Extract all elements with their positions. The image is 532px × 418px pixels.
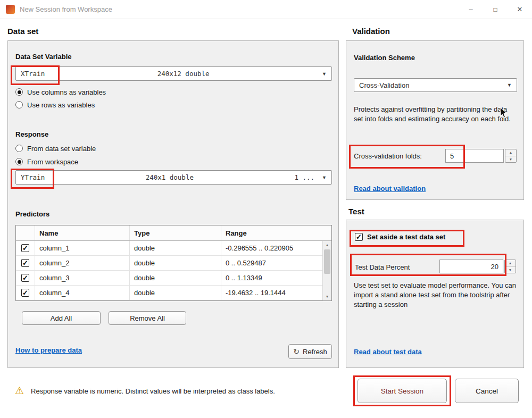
response-variable-preview: 1 ... <box>294 173 314 181</box>
table-row[interactable]: ✓ column_2 double 0 .. 0.529487 <box>16 256 331 271</box>
header-range: Range <box>221 225 323 240</box>
test-data-percent-input[interactable]: 20 <box>439 260 503 273</box>
scroll-down-icon[interactable]: ▼ <box>323 292 331 300</box>
cell-type: double <box>130 286 221 300</box>
stepper-down-icon[interactable]: ▼ <box>505 156 516 163</box>
response-variable-dropdown[interactable]: YTrain 240x1 double 1 ... ▼ <box>15 170 332 185</box>
data-set-variable-dropdown[interactable]: XTrain 240x12 double ▼ <box>15 66 332 81</box>
predictors-label: Predictors <box>15 210 49 218</box>
chevron-down-icon[interactable]: ▼ <box>322 71 327 77</box>
cv-folds-input[interactable]: 5 <box>445 149 504 163</box>
test-percent-stepper[interactable]: ▲ ▼ <box>504 260 516 273</box>
cell-name: column_1 <box>35 241 130 255</box>
chevron-down-icon[interactable]: ▼ <box>322 175 327 180</box>
header-type: Type <box>130 225 221 240</box>
dialog-new-session-from-workspace: New Session from Workspace – □ ✕ Data se… <box>0 0 532 418</box>
row-checkbox[interactable]: ✓ <box>21 259 29 267</box>
cell-range: -19.4632 .. 19.1444 <box>221 286 323 300</box>
how-to-prepare-data-link[interactable]: How to prepare data <box>15 346 82 354</box>
table-scrollbar[interactable]: ▲ ▼ <box>322 241 331 300</box>
scroll-up-icon[interactable]: ▲ <box>323 241 331 249</box>
cv-folds-label: Cross-validation folds: <box>354 152 422 161</box>
radio-selected-icon[interactable] <box>15 88 23 96</box>
minimize-icon[interactable]: – <box>459 0 483 19</box>
header-checkbox-column <box>16 225 35 240</box>
stepper-down-icon[interactable]: ▼ <box>505 267 516 273</box>
remove-all-label: Remove All <box>130 314 165 322</box>
refresh-label: Refresh <box>303 348 327 356</box>
add-all-button[interactable]: Add All <box>22 311 101 325</box>
dataset-section-title: Data set <box>7 27 38 36</box>
row-checkbox[interactable]: ✓ <box>21 289 29 297</box>
response-variable-value: YTrain <box>21 173 45 181</box>
cv-folds-value: 5 <box>450 152 454 160</box>
window-controls: – □ ✕ <box>459 0 532 19</box>
check-icon: ✓ <box>22 289 28 296</box>
set-aside-test-checkbox-row[interactable]: ✓ Set aside a test data set <box>355 233 445 241</box>
maximize-icon[interactable]: □ <box>483 0 508 19</box>
remove-all-button[interactable]: Remove All <box>109 311 186 325</box>
row-checkbox[interactable]: ✓ <box>21 274 29 282</box>
table-row[interactable]: ✓ column_4 double -19.4632 .. 19.1444 <box>16 286 331 300</box>
cell-name: column_2 <box>35 256 130 270</box>
refresh-button[interactable]: ↻ Refresh <box>288 344 332 359</box>
radio-selected-icon[interactable] <box>15 158 23 165</box>
cell-name: column_3 <box>35 271 130 285</box>
add-all-label: Add All <box>51 314 72 322</box>
set-aside-test-checkbox[interactable]: ✓ <box>355 233 363 241</box>
validation-scheme-dropdown[interactable]: Cross-Validation ▼ <box>354 78 517 92</box>
radio-unselected-icon[interactable] <box>15 101 23 108</box>
data-set-variable-dims: 240x12 double <box>45 70 322 78</box>
validation-scheme-value: Cross-Validation <box>359 81 409 89</box>
cv-folds-stepper[interactable]: ▲ ▼ <box>505 149 517 163</box>
response-variable-dims: 240x1 double <box>45 173 294 181</box>
chevron-down-icon[interactable]: ▼ <box>507 82 512 88</box>
check-icon: ✓ <box>22 245 28 252</box>
mouse-cursor <box>500 108 508 119</box>
test-description: Use test set to evaluate model performan… <box>354 281 518 310</box>
footer-warning-text: Response variable is numeric. Distinct v… <box>31 387 275 395</box>
table-row[interactable]: ✓ column_1 double -0.296555 .. 0.220905 <box>16 241 331 256</box>
cell-range: 0 .. 1.13349 <box>221 271 323 285</box>
scrollbar-thumb[interactable] <box>324 249 330 274</box>
validation-description: Protects against overfitting by partitio… <box>354 105 514 124</box>
matlab-icon <box>6 5 15 14</box>
radio-use-columns[interactable]: Use columns as variables <box>15 88 106 96</box>
row-checkbox[interactable]: ✓ <box>21 244 29 252</box>
header-name: Name <box>35 225 130 240</box>
check-icon: ✓ <box>22 260 28 266</box>
test-data-percent-value: 20 <box>491 263 498 271</box>
radio-from-workspace[interactable]: From workspace <box>15 157 78 166</box>
radio-use-columns-label: Use columns as variables <box>27 88 106 96</box>
cancel-button[interactable]: Cancel <box>455 379 519 403</box>
radio-from-workspace-label: From workspace <box>27 158 78 166</box>
radio-unselected-icon[interactable] <box>15 145 23 152</box>
test-panel: ✓ Set aside a test data set Test Data Pe… <box>346 220 524 368</box>
start-session-button[interactable]: Start Session <box>358 379 447 403</box>
read-about-validation-link[interactable]: Read about validation <box>354 185 426 193</box>
cell-name: column_4 <box>35 286 130 300</box>
stepper-up-icon[interactable]: ▲ <box>505 260 516 267</box>
set-aside-test-label: Set aside a test data set <box>367 233 445 241</box>
cell-range: 0 .. 0.529487 <box>221 256 323 270</box>
stepper-up-icon[interactable]: ▲ <box>505 149 516 156</box>
validation-scheme-label: Validation Scheme <box>354 54 415 62</box>
cell-type: double <box>130 241 221 255</box>
close-icon[interactable]: ✕ <box>508 0 532 19</box>
radio-from-dataset[interactable]: From data set variable <box>15 144 96 153</box>
dataset-panel: Data Set Variable XTrain 240x12 double ▼… <box>7 40 339 368</box>
cancel-label: Cancel <box>476 387 498 395</box>
start-session-label: Start Session <box>381 387 423 395</box>
data-set-variable-value: XTrain <box>21 70 45 78</box>
table-row[interactable]: ✓ column_3 double 0 .. 1.13349 <box>16 271 331 286</box>
read-about-test-data-link[interactable]: Read about test data <box>354 348 422 356</box>
validation-section-title: Validation <box>352 27 390 36</box>
test-section-title: Test <box>348 207 364 216</box>
check-icon: ✓ <box>356 233 362 240</box>
radio-use-rows[interactable]: Use rows as variables <box>15 101 95 109</box>
warning-icon: ⚠ <box>15 384 24 397</box>
refresh-icon: ↻ <box>293 347 300 356</box>
title-bar: New Session from Workspace – □ ✕ <box>0 0 532 19</box>
validation-panel: Validation Scheme Cross-Validation ▼ Pro… <box>346 40 524 200</box>
test-data-percent-label: Test Data Percent <box>355 263 410 272</box>
